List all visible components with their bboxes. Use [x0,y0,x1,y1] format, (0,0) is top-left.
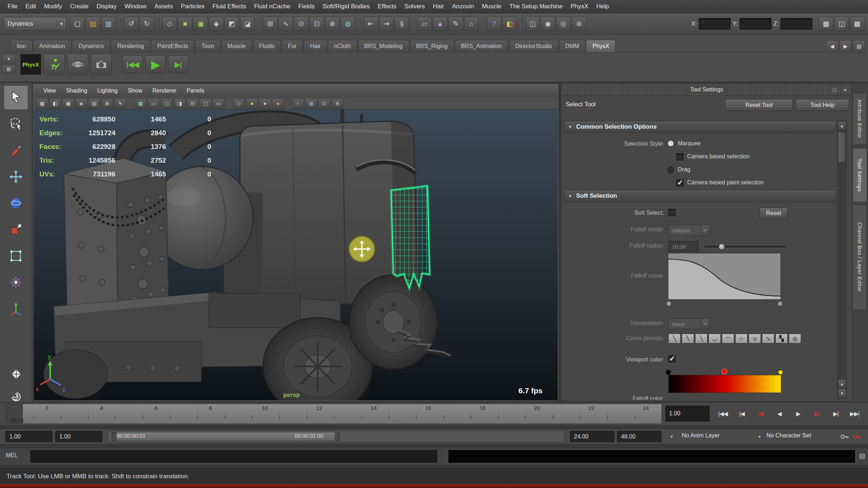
file-save-icon[interactable]: ▥ [101,17,116,31]
shelf-tab[interactable]: Animation [33,40,72,52]
preset-ease-icon[interactable]: ◡ [709,334,721,343]
shelf-tab[interactable]: tion [10,40,33,52]
reset-tool-button[interactable]: Reset Tool [725,99,793,111]
menu-item[interactable]: File [4,3,21,10]
range-slider-track[interactable]: 00:00:00:01 00:00:01:00 [108,431,565,442]
xray-icon[interactable]: ◍ [305,98,317,108]
shelf-edit-button[interactable]: ▤ [2,65,15,73]
scroll-down-button[interactable]: ▼ [838,389,846,398]
menu-item[interactable]: Soft/Rigid Bodies [319,3,374,10]
playback-end-field[interactable]: 24.00 [570,431,614,442]
anim-layer-dropdown-icon[interactable]: ▾ [667,432,676,441]
outliner-toggle-icon[interactable]: ◫ [834,17,849,31]
shelf-tab[interactable]: BRS_Modeling [358,40,409,52]
falloff-color-ramp[interactable] [668,375,781,393]
camera-based-paint-selection-checkbox[interactable] [676,179,684,187]
select-asset-icon[interactable]: ◈ [209,17,224,31]
file-open-icon[interactable]: ▤ [86,17,100,31]
shelf-tab[interactable]: PhysX [586,40,616,52]
falloff-curve-editor[interactable] [668,253,780,299]
show-manipulator-tool[interactable] [4,297,27,320]
file-new-icon[interactable]: ▢ [70,17,85,31]
scene-hierarchy-icon[interactable]: ⌂ [464,17,478,31]
step-back-key-button[interactable]: |◀ [752,405,770,422]
textured-mode-icon[interactable]: ● [259,98,271,108]
viewport-canvas[interactable]: yxz Verts: 628850 1465 0 Edges: 1251724 … [34,110,558,400]
set-key-icon[interactable] [840,432,849,443]
menu-set-dropdown[interactable]: Dynamics ▼ [4,17,67,31]
menu-item[interactable]: The Setup Machine [505,3,566,10]
highlight-selection-mode-icon[interactable]: ◩ [225,17,239,31]
panel-layout-icon[interactable]: ▦ [819,17,833,31]
make-live-icon[interactable]: ◍ [341,17,355,31]
viewport-menu-item[interactable]: Shading [61,87,92,94]
ramp-marker-yellow[interactable] [778,369,783,375]
snapshot-camera-icon[interactable] [91,54,112,75]
preset-medium-icon[interactable]: ╲ [682,334,694,343]
menu-item[interactable]: Help [592,3,613,10]
scrollbar-thumb[interactable] [838,132,846,162]
shadows-icon[interactable]: ◐ [292,98,304,108]
tool-settings-tab[interactable]: Tool Settings [853,148,867,202]
select-miscellaneous-icon[interactable]: ◪ [240,17,255,31]
select-component-icon[interactable]: ▣ [193,17,208,31]
lock-icon[interactable]: ◧ [502,17,517,31]
menu-item[interactable]: Muscle [478,3,505,10]
play-forward-button[interactable]: ▶ [789,405,807,422]
menu-item[interactable]: Solvers [400,3,429,10]
menu-item[interactable]: Hair [429,3,448,10]
output-connections-icon[interactable]: ⇥ [379,17,393,31]
input-connections-icon[interactable]: ⇤ [363,17,378,31]
auto-keyframe-button[interactable] [852,432,861,443]
z-coordinate-input[interactable] [780,18,812,30]
menu-item[interactable]: Modify [40,3,66,10]
select-hierarchy-icon[interactable]: ◇ [162,17,177,31]
character-set-dropdown-icon[interactable]: ▾ [755,432,764,441]
go-to-start-button[interactable]: |◀◀ [714,405,732,422]
viewport-menu-item[interactable]: Panels [182,87,209,94]
snap-grid-icon[interactable]: ⊞ [263,17,277,31]
lighting-mode-icon[interactable]: ● [272,98,284,108]
play-backward-button[interactable]: ◀ [770,405,788,422]
scroll-up-button[interactable]: ▲ [838,121,846,130]
viewport-menu-item[interactable]: Renderer [147,87,182,94]
snap-plane-icon[interactable]: ⊡ [310,17,324,31]
menu-item[interactable]: Window [121,3,150,10]
menu-item[interactable]: Edit [21,3,40,10]
soft-selection-header[interactable]: ▼ Soft Selection [564,190,836,202]
tool-help-button[interactable]: Tool Help [796,99,849,111]
y-coordinate-input[interactable] [740,18,771,30]
anim-layer-selector[interactable]: No Anim Layer [682,432,720,439]
menu-item[interactable]: Effects [374,3,400,10]
shelf-tab[interactable]: BRS_Riging [410,40,454,52]
shelf-tab[interactable]: DMM [559,40,586,52]
bookmarks-icon[interactable]: ◈ [75,98,87,108]
curve-end-handle[interactable]: ⊗ [777,300,783,307]
shelf-tab[interactable]: Fluids [253,40,281,52]
select-tool[interactable] [4,86,27,109]
current-frame-field[interactable]: 1.00 [665,406,710,421]
shelf-tab[interactable]: Rendering [111,40,150,52]
shelf-tab[interactable]: Hair [303,40,327,52]
scale-tool[interactable] [4,218,27,241]
select-camera-icon[interactable]: ▦ [36,98,48,108]
gate-mask-icon[interactable]: ◨ [174,98,186,108]
physx-preview-icon[interactable] [67,54,88,75]
snap-curve-icon[interactable]: ∿ [278,17,293,31]
help-icon[interactable]: ? [487,17,501,31]
construction-history-icon[interactable]: § [395,17,409,31]
soft-reset-button[interactable]: Reset [760,207,788,219]
safe-action-icon[interactable]: ▢ [200,98,212,108]
preset-valley-icon[interactable]: ∪ [749,334,761,343]
go-to-end-button[interactable]: ▶▶| [846,405,864,422]
command-language-toggle[interactable]: MEL [6,452,18,459]
preset-linear-icon[interactable]: ╲ [695,334,707,343]
shelf-rewind-button[interactable]: |◀◀ [123,55,143,73]
shelf-tab[interactable]: Muscle [221,40,252,52]
wireframe-selection[interactable] [391,186,430,288]
hypershade-icon[interactable]: ▲ [433,17,447,31]
physx-runner-icon[interactable] [44,54,65,75]
shelf-next-button[interactable]: ▶ [839,40,852,52]
menu-item[interactable]: Particles [177,3,208,10]
step-forward-frame-button[interactable]: ▶| [827,405,845,422]
